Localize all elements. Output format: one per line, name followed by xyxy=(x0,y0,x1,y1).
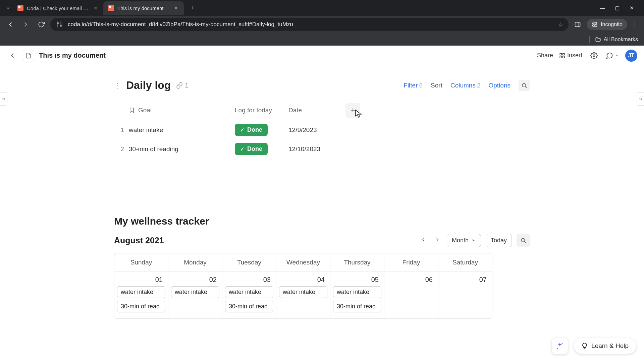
svg-rect-4 xyxy=(575,22,580,26)
calendar-day[interactable]: 07 xyxy=(438,272,492,318)
cell-goal[interactable]: 30-min of reading xyxy=(129,145,235,153)
done-button[interactable]: ✓Done xyxy=(235,143,268,155)
calendar-event[interactable]: 30-min of read xyxy=(117,301,165,312)
chevron-down-icon xyxy=(471,238,476,243)
document-title[interactable]: This is my document xyxy=(39,52,106,59)
calendar-prev-button[interactable] xyxy=(419,236,428,245)
comments-button[interactable] xyxy=(606,52,619,59)
insert-button[interactable]: Insert xyxy=(559,52,582,59)
sort-button[interactable]: Sort xyxy=(431,82,442,89)
view-select[interactable]: Month xyxy=(447,234,481,247)
coda-favicon xyxy=(108,5,114,11)
day-number: 03 xyxy=(225,275,273,286)
add-column-button[interactable]: + xyxy=(345,103,360,118)
table-title[interactable]: Daily log xyxy=(126,79,171,92)
url-text: coda.io/d/This-is-my-document_d84lv0ZibP… xyxy=(68,21,293,28)
check-icon: ✓ xyxy=(240,146,245,152)
calendar-event[interactable]: 30-min of read xyxy=(225,301,273,312)
close-icon[interactable]: ✕ xyxy=(173,5,179,11)
ai-assistant-button[interactable] xyxy=(552,338,568,354)
weekday-header: Wednesday xyxy=(276,253,330,272)
svg-point-13 xyxy=(522,83,526,87)
address-bar[interactable]: coda.io/d/This-is-my-document_d84lv0ZibP… xyxy=(50,18,569,31)
svg-point-6 xyxy=(592,24,595,27)
browser-menu-icon[interactable]: ⋮ xyxy=(630,21,640,28)
calendar-event[interactable]: water intake xyxy=(279,286,327,298)
side-panel-icon[interactable] xyxy=(571,18,584,31)
lightbulb-icon xyxy=(581,343,588,349)
day-number: 06 xyxy=(387,275,435,286)
table-row[interactable]: 2 30-min of reading ✓Done 12/10/2023 xyxy=(114,139,530,159)
done-button[interactable]: ✓Done xyxy=(235,124,268,136)
browser-tab[interactable]: Coda | Check your email to fin ✕ xyxy=(13,1,103,15)
settings-button[interactable] xyxy=(588,50,600,61)
avatar[interactable]: JT xyxy=(625,50,637,62)
bookmark-icon xyxy=(129,107,135,113)
back-button[interactable] xyxy=(4,18,17,31)
today-button[interactable]: Today xyxy=(486,234,512,247)
new-tab-button[interactable]: + xyxy=(187,2,199,14)
cell-goal[interactable]: water intake xyxy=(129,126,235,134)
link-badge[interactable]: 1 xyxy=(176,81,189,89)
svg-line-16 xyxy=(524,241,525,242)
svg-rect-8 xyxy=(560,53,561,55)
doc-back-button[interactable] xyxy=(7,50,18,61)
svg-rect-9 xyxy=(562,53,564,55)
tab-list-dropdown[interactable] xyxy=(3,3,13,13)
calendar-event[interactable]: water intake xyxy=(333,286,381,298)
link-icon xyxy=(176,82,183,89)
filter-button[interactable]: Filter6 xyxy=(404,82,423,89)
folder-icon xyxy=(595,37,601,43)
calendar-event[interactable]: water intake xyxy=(225,286,273,298)
table-search-button[interactable] xyxy=(519,80,530,91)
incognito-badge[interactable]: Incognito xyxy=(587,19,627,30)
all-bookmarks-button[interactable]: All Bookmarks xyxy=(595,37,638,43)
search-icon xyxy=(521,82,527,88)
site-settings-icon[interactable] xyxy=(56,21,63,28)
weekday-header: Tuesday xyxy=(222,253,276,272)
calendar-grid: SundayMondayTuesdayWednesdayThursdayFrid… xyxy=(114,253,492,319)
calendar-day[interactable]: 02water intake xyxy=(168,272,222,318)
calendar-event[interactable]: water intake xyxy=(117,286,165,298)
weekday-header: Thursday xyxy=(330,253,384,272)
calendar-day[interactable]: 01water intake30-min of read xyxy=(114,272,168,318)
cell-date[interactable]: 12/10/2023 xyxy=(288,145,345,153)
options-button[interactable]: Options xyxy=(489,82,511,89)
svg-rect-11 xyxy=(562,56,564,58)
cell-date[interactable]: 12/9/2023 xyxy=(288,126,345,134)
calendar-next-button[interactable] xyxy=(433,236,442,245)
calendar-title[interactable]: My wellness tracker xyxy=(114,216,530,227)
calendar-search-button[interactable] xyxy=(517,234,530,247)
calendar-day[interactable]: 06 xyxy=(384,272,438,318)
minimize-icon[interactable]: — xyxy=(600,5,605,11)
calendar-event[interactable]: water intake xyxy=(171,286,219,298)
calendar-event[interactable]: 30-min of read xyxy=(333,301,381,312)
bookmarks-label: All Bookmarks xyxy=(604,37,638,43)
forward-button[interactable] xyxy=(19,18,32,31)
bookmark-star-icon[interactable]: ☆ xyxy=(558,21,563,28)
close-icon[interactable]: ✕ xyxy=(93,5,99,11)
columns-button[interactable]: Columns2 xyxy=(450,82,481,89)
reload-button[interactable] xyxy=(35,18,48,31)
learn-help-button[interactable]: Learn & Help xyxy=(574,338,636,354)
document-icon[interactable] xyxy=(23,50,34,61)
block-drag-handle[interactable]: ⋮ xyxy=(114,81,121,89)
tab-title: Coda | Check your email to fin xyxy=(27,5,89,11)
day-number: 02 xyxy=(171,275,219,286)
weekday-header: Monday xyxy=(168,253,222,272)
share-button[interactable]: Share xyxy=(537,52,553,59)
mouse-cursor-icon xyxy=(355,109,362,118)
calendar-day[interactable]: 03water intake30-min of read xyxy=(222,272,276,318)
calendar-day[interactable]: 05water intake30-min of read xyxy=(330,272,384,318)
window-close-icon[interactable]: ✕ xyxy=(630,5,634,11)
row-number: 2 xyxy=(114,145,129,153)
table-row[interactable]: 1 water intake ✓Done 12/9/2023 xyxy=(114,120,530,139)
col-goal[interactable]: Goal xyxy=(138,107,152,114)
sparkle-icon xyxy=(556,342,564,350)
maximize-icon[interactable]: ▢ xyxy=(615,5,620,11)
col-date[interactable]: Date xyxy=(288,107,345,114)
check-icon: ✓ xyxy=(240,127,245,133)
calendar-day[interactable]: 04water intake xyxy=(276,272,330,318)
col-log[interactable]: Log for today xyxy=(235,107,288,114)
browser-tab-active[interactable]: This is my document ✕ xyxy=(103,1,184,15)
